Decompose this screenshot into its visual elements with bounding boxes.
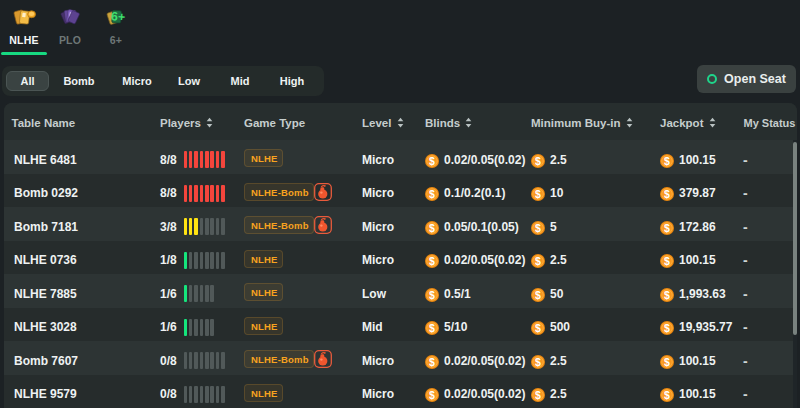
svg-text:$: $ — [535, 187, 541, 199]
svg-text:$: $ — [535, 221, 541, 233]
svg-text:$: $ — [535, 288, 541, 300]
svg-text:$: $ — [429, 154, 435, 166]
svg-text:$: $ — [429, 321, 435, 333]
svg-text:$: $ — [429, 187, 435, 199]
svg-text:$: $ — [664, 221, 670, 233]
svg-text:$: $ — [664, 187, 670, 199]
svg-text:$: $ — [535, 355, 541, 367]
svg-text:$: $ — [535, 321, 541, 333]
svg-text:$: $ — [535, 154, 541, 166]
svg-text:$: $ — [429, 388, 435, 400]
svg-text:$: $ — [664, 355, 670, 367]
svg-text:$: $ — [429, 254, 435, 266]
svg-text:$: $ — [429, 355, 435, 367]
svg-text:$: $ — [535, 388, 541, 400]
svg-text:$: $ — [429, 288, 435, 300]
svg-text:$: $ — [664, 388, 670, 400]
svg-text:$: $ — [664, 154, 670, 166]
svg-text:$: $ — [664, 321, 670, 333]
svg-text:$: $ — [535, 254, 541, 266]
svg-text:$: $ — [664, 254, 670, 266]
svg-text:$: $ — [429, 221, 435, 233]
svg-text:6+: 6+ — [110, 9, 125, 24]
svg-text:$: $ — [664, 288, 670, 300]
